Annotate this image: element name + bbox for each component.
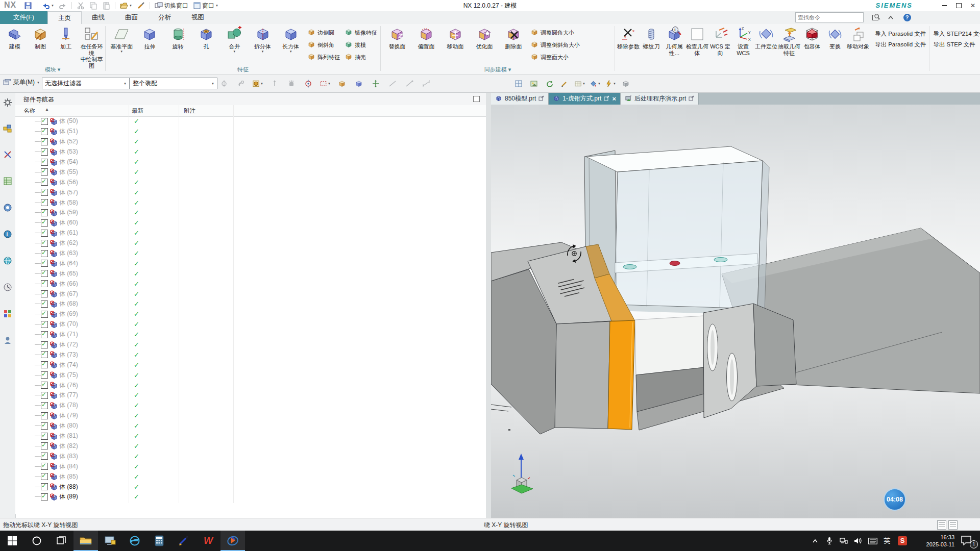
menu-button[interactable]: 菜单(M)▼: [3, 78, 40, 87]
microphone-icon[interactable]: [823, 531, 836, 551]
redo-button[interactable]: [57, 1, 68, 10]
clipboard-icon[interactable]: [937, 520, 946, 530]
marquee-select-icon[interactable]: ▼: [320, 79, 331, 89]
row-checkbox[interactable]: ✓: [41, 351, 48, 358]
selection-target-icon[interactable]: [303, 79, 314, 89]
reuse-library-icon[interactable]: [2, 202, 13, 213]
tree-row-体 (78)[interactable]: ✓体 (78)✓: [15, 400, 485, 411]
ribbon-tab-视图[interactable]: 视图: [181, 11, 214, 24]
row-checkbox[interactable]: ✓: [41, 341, 48, 348]
window-tile-icon[interactable]: [948, 520, 958, 530]
row-checkbox[interactable]: ✓: [41, 433, 48, 440]
ribbon-button-wcs-set[interactable]: ZYX设置WCS: [732, 25, 754, 56]
undock-tab-icon[interactable]: [604, 95, 609, 103]
ribbon-button-resize-blend[interactable]: 调整圆角大小: [528, 27, 582, 39]
pencil-edit-icon[interactable]: [559, 79, 570, 89]
cube-view-icon[interactable]: [620, 79, 631, 89]
tree-row-体 (63)[interactable]: ✓体 (63)✓: [15, 248, 485, 259]
tree-row-体 (75)[interactable]: ✓体 (75)✓: [15, 370, 485, 380]
paste-button[interactable]: [101, 1, 112, 10]
ribbon-button-offset-face[interactable]: 偏置面: [412, 25, 440, 50]
ribbon-button-wcs-orient[interactable]: WCS 定向: [709, 25, 731, 56]
camera-image-icon[interactable]: [528, 79, 540, 89]
viewport-tab-850模型.prt[interactable]: 850模型.prt: [491, 93, 549, 105]
maximize-button[interactable]: [951, 0, 966, 11]
tree-row-体 (61)[interactable]: ✓体 (61)✓: [15, 228, 485, 238]
search-input[interactable]: [796, 14, 872, 20]
tree-row-体 (64)[interactable]: ✓体 (64)✓: [15, 258, 485, 268]
ribbon-button-shell[interactable]: 抽壳: [342, 51, 379, 63]
tree-row-体 (88)[interactable]: ✓体 (88)✓: [15, 482, 485, 492]
ribbon-button-remove-parameters[interactable]: xx移除参数: [617, 25, 640, 50]
tree-row-体 (83)[interactable]: ✓体 (83)✓: [15, 451, 485, 461]
group-label[interactable]: 模块 ▾: [0, 66, 105, 73]
close-tab-icon[interactable]: ×: [612, 95, 616, 103]
ribbon-button-thread[interactable]: 螺纹刀: [640, 25, 663, 50]
tray-app-icon[interactable]: S: [895, 531, 910, 551]
undock-panel-icon[interactable]: [473, 96, 480, 102]
row-checkbox[interactable]: ✓: [41, 463, 48, 470]
graphics-canvas[interactable]: [491, 105, 980, 518]
taskbar-file-explorer-button[interactable]: [74, 531, 98, 551]
taskbar-task-view-button[interactable]: [49, 531, 74, 551]
row-checkbox[interactable]: ✓: [41, 371, 48, 379]
row-checkbox[interactable]: ✓: [41, 118, 48, 125]
tree-row-体 (80)[interactable]: ✓体 (80)✓: [15, 421, 485, 431]
tree-row-体 (65)[interactable]: ✓体 (65)✓: [15, 268, 485, 279]
ime-language-indicator[interactable]: 英: [881, 531, 893, 551]
ribbon-button-导出 Parasolid 文件[interactable]: 导出 Parasolid 文件: [875, 41, 926, 48]
row-checkbox[interactable]: ✓: [41, 189, 48, 196]
tree-row-体 (68)[interactable]: ✓体 (68)✓: [15, 299, 485, 309]
ribbon-button-导入 STEP214 文件[interactable]: 导入 STEP214 文件: [933, 30, 980, 38]
refresh-view-icon[interactable]: [544, 79, 555, 89]
row-checkbox[interactable]: ✓: [41, 412, 48, 419]
tree-row-体 (85)[interactable]: ✓体 (85)✓: [15, 471, 485, 482]
selection-filter-combo[interactable]: 无选择过滤器▼: [42, 78, 130, 89]
constraint-tool-icon[interactable]: [235, 79, 247, 89]
row-checkbox[interactable]: ✓: [41, 311, 48, 318]
measure-line-icon[interactable]: [421, 79, 432, 89]
constraint-navigator-icon[interactable]: [2, 149, 13, 160]
row-checkbox[interactable]: ✓: [41, 402, 48, 409]
taskbar-remote-desktop-button[interactable]: [98, 531, 122, 551]
tree-row-体 (82)[interactable]: ✓体 (82)✓: [15, 441, 485, 452]
network-icon[interactable]: [837, 531, 850, 551]
tree-row-体 (71)[interactable]: ✓体 (71)✓: [15, 330, 485, 340]
ribbon-button-resize-face[interactable]: 调整面大小: [528, 51, 582, 63]
ribbon-button-optimize-face[interactable]: 优化面: [470, 25, 499, 50]
row-checkbox[interactable]: ✓: [41, 199, 48, 206]
tree-row-体 (81)[interactable]: ✓体 (81)✓: [15, 431, 485, 441]
notification-center-icon[interactable]: 1: [961, 535, 976, 546]
ribbon-button-transform[interactable]: 变换: [824, 25, 846, 50]
ribbon-button-导入 Parasolid 文件[interactable]: 导入 Parasolid 文件: [875, 30, 926, 38]
ribbon-button-move-object[interactable]: 移动对象: [847, 25, 869, 50]
undock-tab-icon[interactable]: [689, 95, 694, 103]
ribbon-button-revolve[interactable]: 旋转: [164, 25, 192, 50]
ribbon-tab-主页[interactable]: 主页: [47, 11, 82, 24]
row-checkbox[interactable]: ✓: [41, 250, 48, 257]
row-checkbox[interactable]: ✓: [41, 453, 48, 460]
row-checkbox[interactable]: ✓: [41, 300, 48, 308]
tree-row-体 (52)[interactable]: ✓体 (52)✓: [15, 137, 485, 147]
row-checkbox[interactable]: ✓: [41, 493, 48, 500]
undock-tab-icon[interactable]: [538, 95, 544, 103]
open-recent-button[interactable]: ▼: [118, 1, 134, 10]
sketch-line-2-icon[interactable]: [404, 79, 415, 89]
ribbon-button-split-body[interactable]: 拆分体▼: [249, 25, 276, 53]
ribbon-button-resize-chamfer[interactable]: 调整倒斜角大小: [528, 39, 582, 51]
format-brush-button[interactable]: [135, 1, 146, 10]
sketch-line-icon[interactable]: [387, 79, 398, 89]
touch-keyboard-icon[interactable]: [866, 531, 880, 551]
cut-button[interactable]: [75, 1, 86, 10]
preferences-gear-icon[interactable]: [2, 97, 13, 108]
row-checkbox[interactable]: ✓: [41, 361, 48, 368]
orient-view-icon[interactable]: [269, 79, 280, 89]
viewport-tab-1-虎钳方式.prt[interactable]: 1-虎钳方式.prt×: [549, 93, 621, 105]
ribbon-button-modeling[interactable]: 建模: [2, 25, 27, 50]
assembly-navigator-icon[interactable]: [2, 122, 13, 134]
wireframe-cube-icon[interactable]: [353, 79, 364, 89]
switch-window-button[interactable]: 切换窗口: [153, 1, 190, 11]
ribbon-button-draft[interactable]: 拔模: [342, 39, 379, 51]
tree-row-体 (67)[interactable]: ✓体 (67)✓: [15, 289, 485, 299]
shaded-cube-icon[interactable]: [336, 79, 348, 89]
